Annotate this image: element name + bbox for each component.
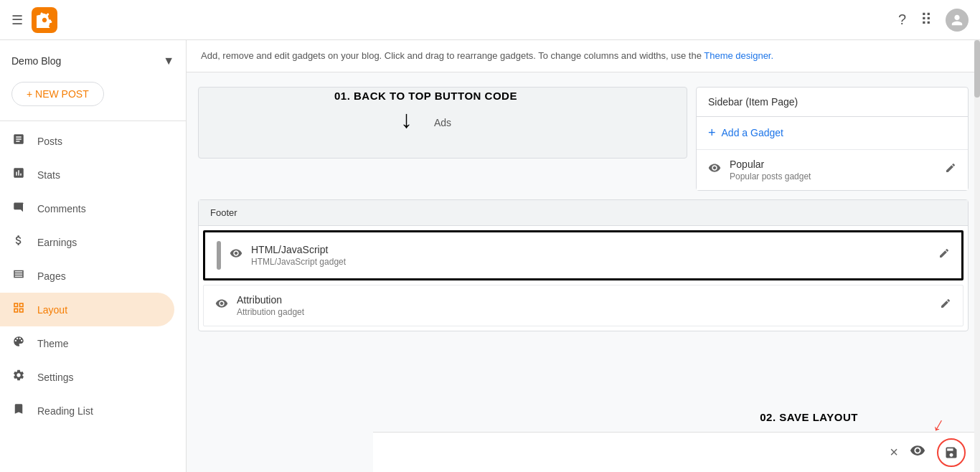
sidebar-item-comments-label: Comments <box>37 203 86 214</box>
new-post-button[interactable]: + NEW POST <box>11 82 104 106</box>
avatar[interactable] <box>946 9 969 32</box>
attribution-gadget-edit-icon[interactable] <box>940 298 951 313</box>
sidebar-item-pages[interactable]: Pages <box>0 259 174 293</box>
attribution-visibility-icon[interactable] <box>215 297 228 313</box>
layout-canvas: 01. BACK TO TOP BUTTON CODE ↓ Ads Sideba… <box>187 72 980 349</box>
info-text: Add, remove and edit gadgets on your blo… <box>201 50 704 61</box>
header-right: ? ⠿ <box>898 9 969 32</box>
attribution-gadget-name: Attribution <box>237 294 931 306</box>
html-js-gadget-name: HTML/JavaScript <box>251 244 930 255</box>
chevron-down-icon: ▼ <box>163 55 174 67</box>
sidebar-item-stats-label: Stats <box>37 169 60 181</box>
popular-gadget-desc: Popular posts gadget <box>730 171 936 181</box>
popular-gadget-item: Popular Popular posts gadget <box>697 150 968 190</box>
earnings-icon <box>11 234 26 250</box>
sidebar-item-layout[interactable]: Layout <box>0 293 174 326</box>
sidebar-panel-title: Sidebar (Item Page) <box>697 88 968 117</box>
hamburger-icon[interactable]: ☰ <box>11 12 23 28</box>
scrollbar-thumb[interactable] <box>974 40 980 98</box>
sidebar-item-posts[interactable]: Posts <box>0 124 174 158</box>
attribution-gadget-item: Attribution Attribution gadget <box>203 285 963 326</box>
sidebar-item-earnings[interactable]: Earnings <box>0 225 174 259</box>
add-icon: + <box>708 126 716 141</box>
sidebar-item-stats[interactable]: Stats <box>0 158 174 192</box>
info-bar: Add, remove and edit gadgets on your blo… <box>187 40 980 72</box>
blog-name: Demo Blog <box>11 55 61 67</box>
arrow-down-icon: ↓ <box>400 107 413 131</box>
sidebar-item-pages-label: Pages <box>37 270 66 282</box>
save-layout-button[interactable] <box>937 438 966 467</box>
sidebar-item-earnings-label: Earnings <box>37 237 77 248</box>
posts-icon <box>11 133 26 149</box>
html-js-gadget-desc: HTML/JavaScript gadget <box>251 257 930 267</box>
sidebar-item-settings-label: Settings <box>37 372 74 383</box>
sidebar-item-theme[interactable]: Theme <box>0 326 174 360</box>
bottom-bar: 02. SAVE LAYOUT ↓ × <box>373 432 980 472</box>
sidebar-item-page-panel: Sidebar (Item Page) + Add a Gadget Popul… <box>696 87 969 191</box>
header-left: ☰ <box>11 7 57 33</box>
html-js-visibility-icon[interactable] <box>230 247 242 263</box>
sidebar-item-reading-list-label: Reading List <box>37 405 93 417</box>
comments-icon <box>11 200 26 217</box>
arrow-right-down-icon: ↓ <box>929 412 949 438</box>
html-js-gadget-item: HTML/JavaScript HTML/JavaScript gadget <box>205 232 961 278</box>
visibility-icon[interactable] <box>708 161 721 178</box>
add-gadget-label: Add a Gadget <box>722 127 783 138</box>
annotation-01-label: 01. BACK TO TOP BUTTON CODE <box>334 90 517 102</box>
popular-gadget-edit-icon[interactable] <box>945 162 956 177</box>
html-js-gadget-edit-icon[interactable] <box>938 247 950 263</box>
annotation-02-label: 02. SAVE LAYOUT <box>760 411 858 423</box>
top-row: Ads Sidebar (Item Page) + Add a Gadget <box>198 87 969 191</box>
reading-list-icon <box>11 402 26 419</box>
footer-title: Footer <box>199 200 968 226</box>
scrollbar-track <box>974 40 980 472</box>
sidebar-item-layout-label: Layout <box>37 304 67 316</box>
sidebar: Demo Blog ▼ + NEW POST Posts Stats Comme… <box>0 40 187 472</box>
html-js-gadget-highlighted: HTML/JavaScript HTML/JavaScript gadget <box>203 230 963 280</box>
theme-icon <box>11 335 26 351</box>
layout-icon <box>11 301 26 318</box>
sidebar-item-posts-label: Posts <box>37 136 62 147</box>
sidebar-item-theme-label: Theme <box>37 338 69 349</box>
sidebar-item-settings[interactable]: Settings <box>0 360 174 394</box>
drag-handle[interactable] <box>217 241 221 270</box>
main-container: Demo Blog ▼ + NEW POST Posts Stats Comme… <box>0 40 980 472</box>
settings-icon <box>11 369 26 385</box>
preview-icon[interactable] <box>910 443 925 462</box>
html-js-gadget-info: HTML/JavaScript HTML/JavaScript gadget <box>251 244 930 267</box>
close-button[interactable]: × <box>890 444 898 461</box>
add-gadget-button[interactable]: + Add a Gadget <box>697 117 968 150</box>
blogger-logo-svg <box>37 12 52 28</box>
attribution-gadget-info: Attribution Attribution gadget <box>237 294 931 317</box>
blogger-logo[interactable] <box>32 7 57 33</box>
blog-selector[interactable]: Demo Blog ▼ <box>0 46 186 76</box>
sidebar-divider <box>0 121 186 121</box>
sidebar-item-comments[interactable]: Comments <box>0 192 174 225</box>
sidebar-item-reading-list[interactable]: Reading List <box>0 394 174 428</box>
pages-icon <box>11 268 26 284</box>
header: ☰ ? ⠿ <box>0 0 980 40</box>
apps-icon[interactable]: ⠿ <box>920 11 931 29</box>
attribution-gadget-desc: Attribution gadget <box>237 307 931 317</box>
footer-section: Footer HTML/JavaScript HTML/JavaScript g… <box>198 199 969 331</box>
stats-icon <box>11 166 26 183</box>
ads-label: Ads <box>434 117 451 128</box>
theme-designer-link[interactable]: Theme designer. <box>704 50 773 61</box>
content-area: Add, remove and edit gadgets on your blo… <box>187 40 980 472</box>
popular-gadget-name: Popular <box>730 159 936 170</box>
popular-gadget-info: Popular Popular posts gadget <box>730 159 936 181</box>
help-icon[interactable]: ? <box>898 11 906 28</box>
